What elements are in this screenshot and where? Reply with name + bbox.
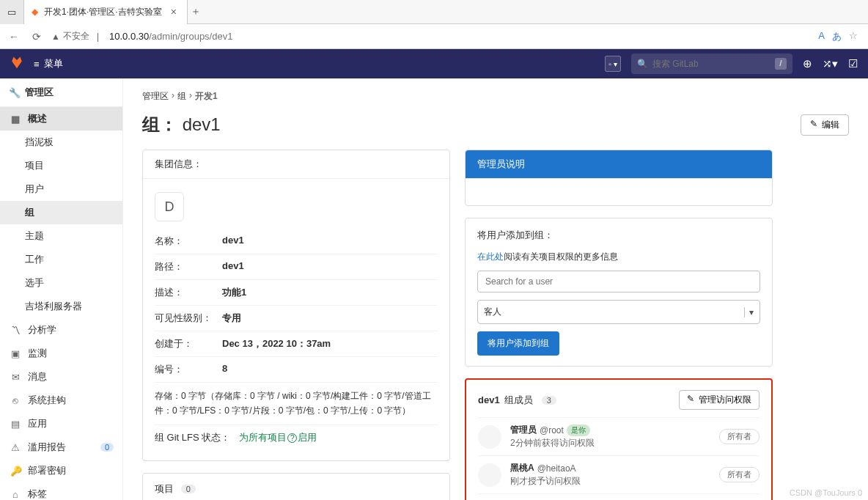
- add-user-submit[interactable]: 将用户添加到组: [477, 331, 559, 356]
- sidebar-icon: ⎋: [10, 395, 21, 406]
- breadcrumb: 管理区 › 组 › 开发1: [142, 90, 849, 103]
- search-icon: 🔍: [637, 59, 648, 69]
- sidebar-item-1[interactable]: 项目: [0, 154, 122, 177]
- merge-requests-icon[interactable]: ⤮▾: [823, 57, 838, 70]
- add-user-panel: 将用户添加到组： 在此处阅读有关项目权限的更多信息 客人 ▾ 将用户添加到组: [465, 218, 773, 367]
- refresh-button[interactable]: ⟳: [29, 28, 44, 45]
- search-input[interactable]: [652, 59, 770, 69]
- sidebar-item-部署密钥[interactable]: 🔑部署密钥: [0, 459, 122, 482]
- admin-sidebar: 🔧 管理区 ▦ 概述 挡泥板项目用户组主题工作选手吉塔利服务器 〽分析学▣监测✉…: [0, 78, 123, 500]
- members-panel: dev1 组成员 3 ✎管理访问权限 管理员@root是你2分钟前获得访问权限所…: [465, 378, 773, 500]
- gitlab-navbar: ≡ 菜单 ▫ ▾ 🔍 / ⊕ ⤮▾ ☑: [0, 49, 868, 78]
- sidebar-item-标签[interactable]: ⌂标签: [0, 482, 122, 500]
- sidebar-item-6[interactable]: 选手: [0, 271, 122, 295]
- gitlab-favicon-icon: ◆: [32, 7, 38, 17]
- member-role: 所有者: [719, 467, 760, 482]
- crumb-current: 开发1: [195, 90, 218, 103]
- browser-tabs: ▭ ◆ 开发1·团体·管理区·吉特实验室 × ＋: [0, 0, 868, 24]
- crumb-admin[interactable]: 管理区: [142, 90, 169, 103]
- main-content: 管理区 › 组 › 开发1 组： dev1 ✎编辑 集团信息： D 名称：dev…: [123, 78, 868, 500]
- crumb-groups[interactable]: 组: [177, 90, 186, 103]
- group-avatar: D: [155, 192, 184, 221]
- back-button[interactable]: ←: [6, 28, 22, 45]
- help-icon[interactable]: ?: [287, 433, 297, 443]
- watermark: CSDN @TouJours 0: [790, 488, 862, 497]
- sidebar-item-0[interactable]: 挡泥板: [0, 130, 122, 154]
- group-created: Dec 13，2022 10：37am: [222, 337, 331, 350]
- member-sub: 2分钟前获得访问权限: [510, 437, 595, 449]
- user-search-input[interactable]: [477, 271, 760, 293]
- page-title: 组： dev1: [142, 113, 221, 136]
- sidebar-item-分析学[interactable]: 〽分析学: [0, 318, 122, 342]
- sidebar-item-消息[interactable]: ✉消息: [0, 365, 122, 389]
- sidebar-item-2[interactable]: 用户: [0, 177, 122, 201]
- sidebar-item-3[interactable]: 组: [0, 201, 122, 224]
- manage-access-button[interactable]: ✎管理访问权限: [679, 390, 760, 410]
- sidebar-item-7[interactable]: 吉塔利服务器: [0, 295, 122, 318]
- admin-note-panel: 管理员说明: [465, 150, 773, 206]
- text-size-icon[interactable]: A: [818, 30, 825, 43]
- role-select[interactable]: 客人 ▾: [477, 300, 760, 324]
- sidebar-item-监测[interactable]: ▣监测: [0, 342, 122, 365]
- create-icon[interactable]: ⊕: [803, 57, 812, 70]
- you-badge: 是你: [567, 424, 590, 436]
- sidebar-item-系统挂钩[interactable]: ⎋系统挂钩: [0, 389, 122, 412]
- avatar: [478, 463, 501, 487]
- address-bar: ← ⟳ ▲ 不安全 | 10.0.0.30/admin/groups/dev1 …: [0, 24, 868, 49]
- global-search[interactable]: 🔍 /: [631, 54, 792, 74]
- projects-count: 0: [181, 485, 196, 493]
- todos-icon[interactable]: ☑: [848, 57, 858, 70]
- admin-note-header: 管理员说明: [466, 150, 772, 179]
- context-switcher[interactable]: ▫ ▾: [605, 56, 621, 72]
- permissions-help-link[interactable]: 在此处: [477, 251, 504, 262]
- browser-tab[interactable]: ◆ 开发1·团体·管理区·吉特实验室 ×: [24, 0, 188, 24]
- chevron-down-icon: ▾: [744, 307, 754, 317]
- member-row: 黑桃A@heitaoA刚才授予访问权限所有者: [478, 455, 760, 493]
- wrench-icon: 🔧: [9, 87, 19, 98]
- count-badge: 0: [100, 443, 114, 452]
- member-row: 管理员@root是你2分钟前获得访问权限所有者: [478, 417, 760, 455]
- translate-icon[interactable]: あ: [832, 30, 842, 43]
- sidebar-icon: ⚠: [10, 442, 21, 453]
- member-name[interactable]: 黑桃A@heitaoA: [510, 462, 581, 474]
- group-desc: 功能1: [222, 286, 246, 299]
- close-tab-icon[interactable]: ×: [168, 3, 180, 21]
- sidebar-item-滥用报告[interactable]: ⚠滥用报告0: [0, 435, 122, 459]
- sidebar-item-应用[interactable]: ▤应用: [0, 412, 122, 435]
- member-role: 所有者: [719, 429, 760, 444]
- tab-list-button[interactable]: ▭: [0, 0, 24, 24]
- group-info-header: 集团信息：: [143, 150, 449, 179]
- member-row: 汤姆@tom刚才授予访问权限开发 人员: [478, 493, 760, 500]
- sidebar-title: 🔧 管理区: [0, 78, 122, 107]
- storage-info: 存储：0 字节（存储库：0 字节 / wiki：0 字节/构建工件：0 字节/管…: [155, 389, 438, 419]
- gitlab-logo-icon[interactable]: [10, 56, 23, 73]
- group-name: dev1: [222, 235, 244, 248]
- pencil-icon: ✎: [810, 119, 817, 131]
- sidebar-item-5[interactable]: 工作: [0, 248, 122, 271]
- menu-toggle[interactable]: ≡ 菜单: [34, 57, 63, 70]
- sidebar-icon: ▣: [10, 348, 21, 359]
- favorite-icon[interactable]: ☆: [849, 30, 858, 43]
- security-indicator[interactable]: ▲ 不安全: [51, 30, 89, 43]
- lfs-status: 为所有项目?启用: [239, 431, 317, 444]
- members-count: 3: [542, 396, 556, 405]
- new-tab-button[interactable]: ＋: [188, 2, 204, 21]
- member-name[interactable]: 管理员@root是你: [510, 424, 595, 436]
- add-user-title: 将用户添加到组：: [477, 229, 760, 242]
- sidebar-icon: 〽: [10, 325, 21, 336]
- avatar: [478, 425, 501, 449]
- group-info-panel: 集团信息： D 名称：dev1 路径：dev1 描述：功能1 可见性级别：专用 …: [142, 150, 450, 461]
- tab-title: 开发1·团体·管理区·吉特实验室: [44, 6, 162, 18]
- sidebar-item-overview[interactable]: ▦ 概述: [0, 107, 122, 130]
- pencil-icon: ✎: [687, 394, 694, 406]
- projects-panel: 项目 0: [142, 473, 450, 500]
- sidebar-icon: ✉: [10, 372, 21, 383]
- url-text[interactable]: 10.0.0.30/admin/groups/dev1: [109, 31, 232, 42]
- sidebar-item-4[interactable]: 主题: [0, 224, 122, 248]
- edit-button[interactable]: ✎编辑: [801, 114, 849, 136]
- member-sub: 刚才授予访问权限: [510, 475, 581, 488]
- sidebar-icon: 🔑: [10, 466, 21, 477]
- sidebar-icon: ▤: [10, 419, 21, 430]
- warning-icon: ▲: [51, 32, 60, 42]
- sidebar-icon: ⌂: [10, 489, 21, 500]
